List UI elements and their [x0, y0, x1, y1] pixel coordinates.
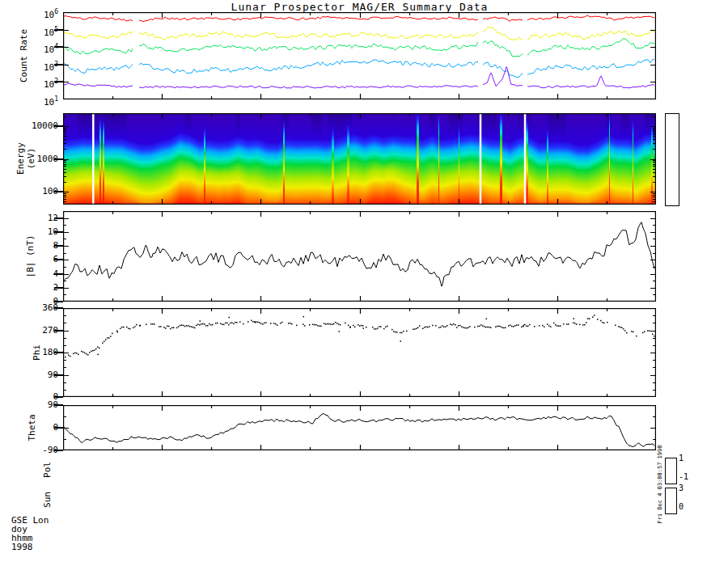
pol-colorbar-max-label: 1: [679, 454, 684, 463]
bottom-row-header-year: 1998: [11, 542, 33, 552]
y-tick-label: 100: [11, 187, 58, 196]
phi-panel: [63, 308, 656, 397]
plot-title: Lunar Prospector MAG/ER Summary Data: [63, 1, 656, 13]
sun-colorbar: [665, 488, 677, 514]
y-tick-label: 101: [11, 95, 58, 108]
y-tick-label: 2: [11, 283, 58, 293]
y-tick-label: 1000: [11, 154, 58, 164]
theta-canvas: [63, 405, 656, 450]
y-axis-title-pol: Pol: [43, 462, 53, 478]
y-axis-outward-tick: [54, 396, 63, 398]
y-tick-label: -90: [11, 446, 58, 455]
y-axis-outward-tick: [54, 307, 63, 309]
y-tick-label: 103: [11, 60, 58, 73]
count-rate-panel: [63, 12, 656, 99]
y-tick-label: 105: [11, 25, 58, 38]
y-tick-label: 8: [11, 241, 58, 251]
y-axis-title-sun: Sun: [43, 492, 53, 508]
energy-spectrogram-panel: [63, 113, 656, 205]
y-axis-outward-tick: [54, 158, 63, 160]
y-tick-label: 4: [11, 269, 58, 279]
y-axis-outward-tick: [54, 352, 63, 353]
y-axis-outward-tick: [54, 46, 63, 48]
theta-panel: [63, 405, 656, 450]
creation-timestamp: Fri Dec 4 03:08:57 1998: [657, 446, 663, 524]
y-tick-label: 102: [11, 77, 58, 90]
y-axis-outward-tick: [54, 404, 63, 406]
pol-colorbar: [665, 458, 677, 484]
y-tick-label: 180: [11, 348, 58, 357]
y-axis-outward-tick: [54, 259, 63, 260]
y-axis-outward-tick: [54, 218, 63, 219]
y-tick-label: 12: [11, 213, 58, 223]
y-axis-outward-tick: [54, 330, 63, 332]
y-tick-label: 10000: [11, 121, 58, 131]
y-tick-label: 0: [11, 423, 58, 433]
y-tick-label: 90: [11, 400, 58, 410]
y-tick-label: 270: [11, 326, 58, 336]
y-axis-outward-tick: [54, 245, 63, 247]
y-axis-outward-tick: [54, 231, 63, 233]
y-tick-label: 360: [11, 303, 58, 313]
lunar-prospector-summary-plot: Lunar Prospector MAG/ER Summary Data Cou…: [0, 0, 728, 566]
y-axis-outward-tick: [54, 64, 63, 65]
y-tick-label: 10: [11, 227, 58, 237]
y-axis-outward-tick: [54, 273, 63, 275]
y-axis-outward-tick: [54, 287, 63, 289]
sun-colorbar-min-label: 0: [679, 502, 684, 511]
y-axis-outward-tick: [54, 374, 63, 376]
y-axis-outward-tick: [54, 125, 63, 127]
y-tick-label: 106: [11, 7, 58, 20]
phi-canvas: [63, 308, 656, 397]
spectrogram-colorbar: [665, 113, 679, 206]
y-axis-outward-tick: [54, 191, 63, 192]
pol-panel: [63, 458, 656, 483]
y-axis-outward-tick: [54, 427, 63, 429]
y-axis-outward-tick: [54, 81, 63, 82]
y-tick-label: 6: [11, 255, 58, 264]
count-rate-canvas: [63, 12, 656, 99]
b-magnitude-canvas: [63, 211, 656, 302]
pol-colorbar-min-label: -1: [679, 472, 688, 481]
y-axis-outward-tick: [54, 450, 63, 451]
y-axis-outward-tick: [54, 29, 63, 31]
y-tick-label: 90: [11, 370, 58, 380]
sun-colorbar-max-label: 3: [679, 484, 684, 492]
y-tick-label: 104: [11, 42, 58, 55]
bmag-panel: [63, 211, 656, 302]
energy-spectrogram-canvas: [63, 113, 656, 205]
